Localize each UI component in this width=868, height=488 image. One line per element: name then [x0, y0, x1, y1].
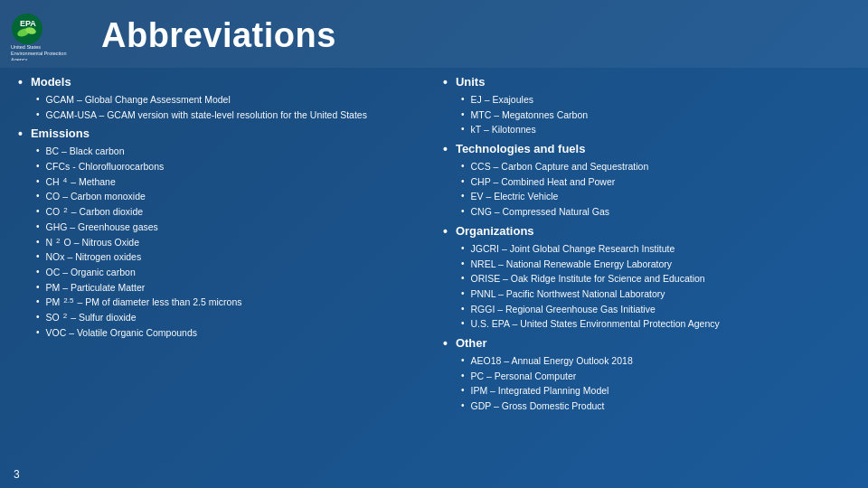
emissions-title: Emissions: [18, 127, 425, 141]
list-item: PNNL – Pacific Northwest National Labora…: [461, 287, 850, 301]
organizations-title: Organizations: [443, 224, 850, 239]
list-item: GCAM-USA – GCAM version with state-level…: [36, 108, 425, 122]
list-item: CO – Carbon monoxide: [36, 190, 425, 203]
list-item: PM – Particulate Matter: [36, 281, 425, 295]
list-item: kT – Kilotonnes: [461, 123, 850, 136]
list-item: ORISE – Oak Ridge Institute for Science …: [461, 272, 850, 286]
models-section: Models GCAM – Global Change Assessment M…: [18, 75, 425, 121]
list-item: GHG – Greenhouse gases: [36, 221, 425, 234]
technologies-list: CCS – Carbon Capture and Sequestration C…: [461, 160, 850, 219]
list-item: CO2 – Carbon dioxide: [36, 205, 425, 219]
list-item: GCAM – Global Change Assessment Model: [36, 93, 425, 107]
left-column: Models GCAM – Global Change Assessment M…: [18, 75, 425, 472]
list-item: GDP – Gross Domestic Product: [461, 399, 850, 413]
list-item: SO2 – Sulfur dioxide: [36, 311, 425, 324]
page-number: 3: [14, 468, 20, 481]
list-item: OC – Organic carbon: [36, 266, 425, 279]
technologies-title: Technologies and fuels: [443, 142, 850, 156]
slide: EPA United States Environmental Protecti…: [0, 0, 868, 488]
units-title: Units: [443, 75, 850, 89]
list-item: RGGI – Regional Greenhouse Gas Initiativ…: [461, 303, 850, 316]
emissions-section: Emissions BC – Black carbon CFCs - Chlor…: [18, 127, 425, 339]
list-item: IPM – Integrated Planning Model: [461, 384, 850, 398]
list-item: VOC – Volatile Organic Compounds: [36, 326, 425, 340]
other-title: Other: [443, 336, 850, 351]
svg-text:United States: United States: [11, 44, 41, 50]
list-item: NOx – Nitrogen oxides: [36, 250, 425, 264]
svg-text:Environmental Protection: Environmental Protection: [11, 51, 66, 56]
list-item: EJ – Exajoules: [461, 93, 850, 107]
organizations-section: Organizations JGCRI – Joint Global Chang…: [443, 224, 850, 331]
technologies-section: Technologies and fuels CCS – Carbon Capt…: [443, 142, 850, 219]
organizations-list: JGCRI – Joint Global Change Research Ins…: [461, 242, 850, 331]
list-item: EV – Electric Vehicle: [461, 190, 850, 203]
content-area: Models GCAM – Global Change Assessment M…: [0, 68, 868, 479]
list-item: CFCs - Chlorofluorocarbons: [36, 160, 425, 174]
list-item: CH4 – Methane: [36, 175, 425, 189]
units-list: EJ – Exajoules MTC – Megatonnes Carbon k…: [461, 93, 850, 136]
list-item: U.S. EPA – United States Environmental P…: [461, 317, 850, 331]
list-item: PC – Personal Computer: [461, 370, 850, 383]
list-item: NREL – National Renewable Energy Laborat…: [461, 258, 850, 271]
list-item: PM2.5 – PM of diameter less than 2.5 mic…: [36, 296, 425, 309]
epa-logo-icon: EPA United States Environmental Protecti…: [11, 11, 83, 61]
list-item: BC – Black carbon: [36, 145, 425, 158]
models-title: Models: [18, 75, 425, 89]
emissions-list: BC – Black carbon CFCs - Chlorofluorocar…: [36, 145, 425, 339]
other-list: AEO18 – Annual Energy Outlook 2018 PC – …: [461, 354, 850, 413]
list-item: AEO18 – Annual Energy Outlook 2018: [461, 354, 850, 368]
svg-text:EPA: EPA: [20, 19, 36, 28]
list-item: CCS – Carbon Capture and Sequestration: [461, 160, 850, 174]
header: EPA United States Environmental Protecti…: [0, 0, 868, 68]
right-column: Units EJ – Exajoules MTC – Megatonnes Ca…: [443, 75, 850, 472]
list-item: CNG – Compressed Natural Gas: [461, 205, 850, 219]
page-title: Abbreviations: [101, 16, 336, 55]
units-section: Units EJ – Exajoules MTC – Megatonnes Ca…: [443, 75, 850, 136]
list-item: N2O – Nitrous Oxide: [36, 236, 425, 249]
list-item: JGCRI – Joint Global Change Research Ins…: [461, 242, 850, 256]
svg-text:Agency: Agency: [11, 57, 28, 61]
list-item: CHP – Combined Heat and Power: [461, 175, 850, 189]
list-item: MTC – Megatonnes Carbon: [461, 108, 850, 122]
other-section: Other AEO18 – Annual Energy Outlook 2018…: [443, 336, 850, 413]
models-list: GCAM – Global Change Assessment Model GC…: [36, 93, 425, 121]
